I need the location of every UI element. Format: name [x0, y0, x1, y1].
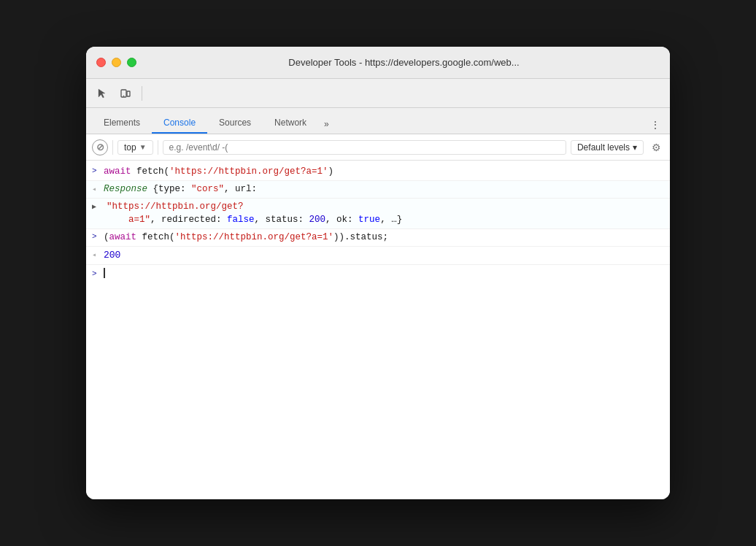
context-arrow-icon: ▼	[139, 143, 147, 151]
code-default: fetch(	[136, 166, 169, 177]
log-levels-dropdown[interactable]: Default levels ▾	[571, 140, 644, 155]
code-default: )).status;	[333, 232, 388, 242]
code-keyword: await	[104, 166, 136, 177]
input-arrow: >	[92, 231, 104, 241]
filter-input[interactable]	[169, 142, 560, 153]
title-bar: Developer Tools - https://developers.goo…	[86, 47, 670, 79]
code-string: 'https://httpbin.org/get?a=1'	[175, 232, 334, 242]
svg-point-2	[123, 95, 125, 96]
tab-console[interactable]: Console	[152, 113, 207, 134]
traffic-lights	[96, 58, 136, 67]
filter-bar: ⊘ top ▼ Default levels ▾ ⚙	[86, 134, 670, 161]
console-row-content: "https://httpbin.org/get? a=1", redirect…	[104, 200, 664, 228]
toolbar	[86, 79, 670, 108]
code-object: Response	[104, 184, 153, 194]
expand-arrow[interactable]: ▶	[92, 200, 104, 211]
toolbar-separator	[142, 86, 142, 101]
code-default: (	[104, 232, 109, 242]
tab-more[interactable]: »	[318, 115, 335, 134]
console-row-content: (await fetch('https://httpbin.org/get?a=…	[104, 231, 664, 245]
levels-label: Default levels	[577, 142, 630, 153]
context-selector[interactable]: top ▼	[117, 140, 153, 155]
code-blue: true	[358, 215, 380, 225]
code-default: , …}	[380, 215, 402, 225]
console-row: ◂ 200	[86, 247, 670, 265]
code-string: 'https://httpbin.org/get?a=1'	[169, 166, 328, 177]
code-default: )	[328, 166, 334, 177]
tab-network[interactable]: Network	[263, 113, 318, 134]
devtools-window: Developer Tools - https://developers.goo…	[86, 47, 670, 499]
console-row-content: 200	[104, 248, 664, 263]
gear-icon: ⚙	[652, 142, 661, 153]
console-row: ◂ Response {type: "cors", url:	[86, 181, 670, 199]
console-input-row: >	[86, 265, 670, 281]
code-default: , redirected:	[150, 215, 227, 225]
filter-input-wrap	[163, 140, 566, 155]
prompt-arrow: >	[92, 268, 104, 278]
console-row: > await fetch('https://httpbin.org/get?a…	[86, 164, 670, 181]
input-arrow: >	[92, 165, 104, 175]
console-row: > (await fetch('https://httpbin.org/get?…	[86, 229, 670, 247]
code-string: "cors"	[191, 184, 224, 194]
tab-elements[interactable]: Elements	[92, 113, 152, 134]
device-icon[interactable]	[115, 83, 136, 104]
code-default: , ok:	[325, 215, 358, 225]
code-number: 200	[104, 250, 120, 261]
console-row-content: await fetch('https://httpbin.org/get?a=1…	[104, 165, 664, 179]
levels-arrow-icon: ▾	[633, 142, 637, 153]
tab-sources[interactable]: Sources	[207, 113, 263, 134]
code-default: {type:	[153, 184, 192, 194]
maximize-button[interactable]	[127, 58, 136, 67]
output-arrow: ◂	[92, 182, 104, 193]
code-blue: false	[227, 215, 255, 225]
code-default: fetch(	[142, 232, 175, 242]
tab-bar: Elements Console Sources Network » ⋮	[86, 108, 670, 134]
clear-console-button[interactable]: ⊘	[92, 139, 108, 155]
console-row-content: Response {type: "cors", url:	[104, 182, 664, 196]
code-number: 200	[309, 215, 326, 225]
code-keyword: await	[109, 232, 142, 242]
cursor-icon[interactable]	[92, 83, 112, 104]
code-default: , status:	[255, 215, 309, 225]
close-button[interactable]	[96, 58, 106, 67]
cursor-blink	[104, 268, 105, 278]
console-output: > await fetch('https://httpbin.org/get?a…	[86, 161, 670, 499]
output-arrow: ◂	[92, 248, 104, 259]
filter-separator-2	[158, 140, 158, 155]
code-default: , url:	[224, 184, 257, 194]
context-value: top	[124, 142, 136, 153]
window-title: Developer Tools - https://developers.goo…	[148, 57, 660, 68]
console-row: ▶ "https://httpbin.org/get? a=1", redire…	[86, 199, 670, 230]
svg-rect-1	[127, 91, 130, 96]
devtools-menu-icon[interactable]: ⋮	[647, 116, 664, 134]
filter-separator-1	[112, 140, 113, 155]
console-settings-button[interactable]: ⚙	[648, 139, 664, 155]
minimize-button[interactable]	[112, 58, 121, 67]
